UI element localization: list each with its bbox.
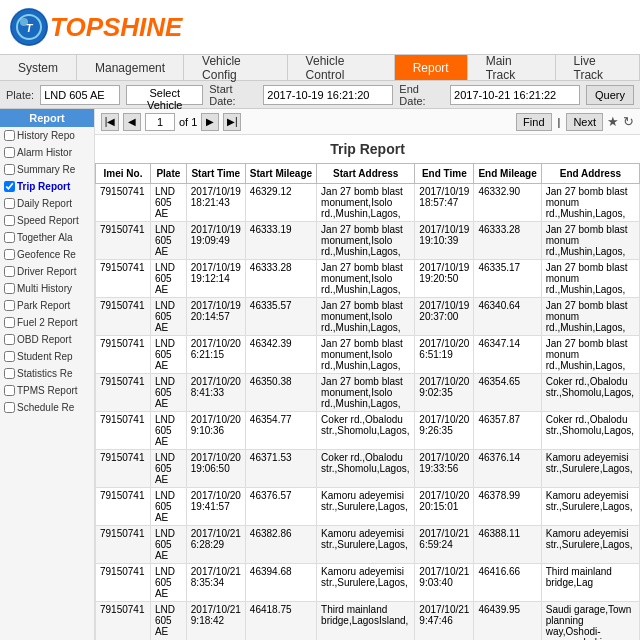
sidebar-checkbox-13[interactable]	[4, 351, 15, 362]
sidebar-header: Report	[0, 109, 94, 127]
sidebar-checkbox-6[interactable]	[4, 232, 15, 243]
sidebar-item-1[interactable]: Alarm Histor	[0, 144, 94, 161]
pag-page-input[interactable]	[145, 113, 175, 131]
col-header-imei: Imei No.	[96, 164, 151, 184]
sidebar-item-label-15: TPMS Report	[17, 384, 78, 397]
pag-find-button[interactable]: Find	[516, 113, 551, 131]
pag-prev-button[interactable]: ◀	[123, 113, 141, 131]
sidebar-checkbox-14[interactable]	[4, 368, 15, 379]
header: T TOPSHINE	[0, 0, 640, 55]
table-cell-7-1: LND 605 AE	[150, 450, 186, 488]
table-cell-2-4: Jan 27 bomb blast monument,Isolo rd.,Mus…	[317, 260, 415, 298]
sidebar-item-13[interactable]: Student Rep	[0, 348, 94, 365]
table-row: 79150741LND 605 AE2017/10/20 19:06:50463…	[96, 450, 640, 488]
col-header-end-address: End Address	[541, 164, 639, 184]
start-date-input[interactable]	[263, 85, 393, 105]
query-button[interactable]: Query	[586, 85, 634, 105]
table-cell-10-3: 46394.68	[245, 564, 316, 602]
table-cell-6-6: 46357.87	[474, 412, 541, 450]
table-cell-1-4: Jan 27 bomb blast monument,Isolo rd.,Mus…	[317, 222, 415, 260]
report-title: Trip Report	[95, 135, 640, 163]
pag-first-button[interactable]: |◀	[101, 113, 119, 131]
sidebar-checkbox-9[interactable]	[4, 283, 15, 294]
table-cell-5-7: Coker rd.,Obalodu str.,Shomolu,Lagos,	[541, 374, 639, 412]
sidebar-checkbox-3[interactable]	[4, 181, 15, 192]
table-cell-9-7: Kamoru adeyemisi str.,Surulere,Lagos,	[541, 526, 639, 564]
logo-icon: T	[10, 8, 48, 46]
table-cell-1-5: 2017/10/19 19:10:39	[415, 222, 474, 260]
sidebar-item-9[interactable]: Multi History	[0, 280, 94, 297]
sidebar-item-0[interactable]: History Repo	[0, 127, 94, 144]
table-row: 79150741LND 605 AE2017/10/19 18:21:43463…	[96, 184, 640, 222]
sidebar-checkbox-7[interactable]	[4, 249, 15, 260]
nav-vehicle-control[interactable]: Vehicle Control	[288, 55, 395, 80]
sidebar-item-label-14: Statistics Re	[17, 367, 73, 380]
nav-vehicle-config[interactable]: Vehicle Config	[184, 55, 288, 80]
sidebar-item-3[interactable]: Trip Report	[0, 178, 94, 195]
sidebar-checkbox-15[interactable]	[4, 385, 15, 396]
sidebar-checkbox-1[interactable]	[4, 147, 15, 158]
nav-bar: System Management Vehicle Config Vehicle…	[0, 55, 640, 81]
sidebar-item-14[interactable]: Statistics Re	[0, 365, 94, 382]
table-row: 79150741LND 605 AE2017/10/20 6:21:154634…	[96, 336, 640, 374]
sidebar-checkbox-11[interactable]	[4, 317, 15, 328]
sidebar-item-10[interactable]: Park Report	[0, 297, 94, 314]
table-cell-6-3: 46354.77	[245, 412, 316, 450]
col-header-start-mileage: Start Mileage	[245, 164, 316, 184]
sidebar-checkbox-0[interactable]	[4, 130, 15, 141]
nav-management[interactable]: Management	[77, 55, 184, 80]
table-cell-11-5: 2017/10/21 9:47:46	[415, 602, 474, 641]
sidebar-item-2[interactable]: Summary Re	[0, 161, 94, 178]
table-cell-0-0: 79150741	[96, 184, 151, 222]
table-cell-3-7: Jan 27 bomb blast monum rd.,Mushin,Lagos…	[541, 298, 639, 336]
table-cell-11-7: Saudi garage,Town planning way,Oshodi-ow…	[541, 602, 639, 641]
select-vehicle-button[interactable]: Select Vehicle	[126, 85, 203, 105]
end-date-input[interactable]	[450, 85, 580, 105]
sidebar-checkbox-10[interactable]	[4, 300, 15, 311]
sidebar-checkbox-8[interactable]	[4, 266, 15, 277]
sidebar-item-label-1: Alarm Histor	[17, 146, 72, 159]
sidebar: Report History RepoAlarm HistorSummary R…	[0, 109, 95, 640]
table-cell-1-7: Jan 27 bomb blast monum rd.,Mushin,Lagos…	[541, 222, 639, 260]
sidebar-item-15[interactable]: TPMS Report	[0, 382, 94, 399]
table-cell-0-7: Jan 27 bomb blast monum rd.,Mushin,Lagos…	[541, 184, 639, 222]
table-cell-0-1: LND 605 AE	[150, 184, 186, 222]
sidebar-item-7[interactable]: Geofence Re	[0, 246, 94, 263]
sidebar-item-label-3: Trip Report	[17, 180, 70, 193]
table-cell-10-7: Third mainland bridge,Lag	[541, 564, 639, 602]
pag-star-icon[interactable]: ★	[607, 114, 619, 129]
table-cell-2-2: 2017/10/19 19:12:14	[186, 260, 245, 298]
nav-report[interactable]: Report	[395, 55, 468, 80]
sidebar-checkbox-5[interactable]	[4, 215, 15, 226]
sidebar-item-16[interactable]: Schedule Re	[0, 399, 94, 416]
table-row: 79150741LND 605 AE2017/10/19 19:12:14463…	[96, 260, 640, 298]
table-row: 79150741LND 605 AE2017/10/20 9:10:364635…	[96, 412, 640, 450]
pag-refresh-icon[interactable]: ↻	[623, 114, 634, 129]
sidebar-checkbox-2[interactable]	[4, 164, 15, 175]
sidebar-item-5[interactable]: Speed Report	[0, 212, 94, 229]
sidebar-item-label-13: Student Rep	[17, 350, 73, 363]
sidebar-checkbox-16[interactable]	[4, 402, 15, 413]
sidebar-item-12[interactable]: OBD Report	[0, 331, 94, 348]
sidebar-item-6[interactable]: Together Ala	[0, 229, 94, 246]
table-cell-5-4: Jan 27 bomb blast monument,Isolo rd.,Mus…	[317, 374, 415, 412]
pag-last-button[interactable]: ▶|	[223, 113, 241, 131]
sidebar-item-11[interactable]: Fuel 2 Report	[0, 314, 94, 331]
plate-input[interactable]	[40, 85, 120, 105]
sidebar-item-8[interactable]: Driver Report	[0, 263, 94, 280]
sidebar-checkbox-12[interactable]	[4, 334, 15, 345]
table-cell-3-6: 46340.64	[474, 298, 541, 336]
nav-live-track[interactable]: Live Track	[556, 55, 640, 80]
table-cell-2-7: Jan 27 bomb blast monum rd.,Mushin,Lagos…	[541, 260, 639, 298]
table-cell-4-3: 46342.39	[245, 336, 316, 374]
nav-main-track[interactable]: Main Track	[468, 55, 556, 80]
sidebar-item-4[interactable]: Daily Report	[0, 195, 94, 212]
pag-next-label-button[interactable]: Next	[566, 113, 603, 131]
pag-next-button[interactable]: ▶	[201, 113, 219, 131]
sidebar-item-label-0: History Repo	[17, 129, 75, 142]
table-row: 79150741LND 605 AE2017/10/21 8:35:344639…	[96, 564, 640, 602]
nav-system[interactable]: System	[0, 55, 77, 80]
table-cell-4-7: Jan 27 bomb blast monum rd.,Mushin,Lagos…	[541, 336, 639, 374]
col-header-plate: Plate	[150, 164, 186, 184]
sidebar-checkbox-4[interactable]	[4, 198, 15, 209]
